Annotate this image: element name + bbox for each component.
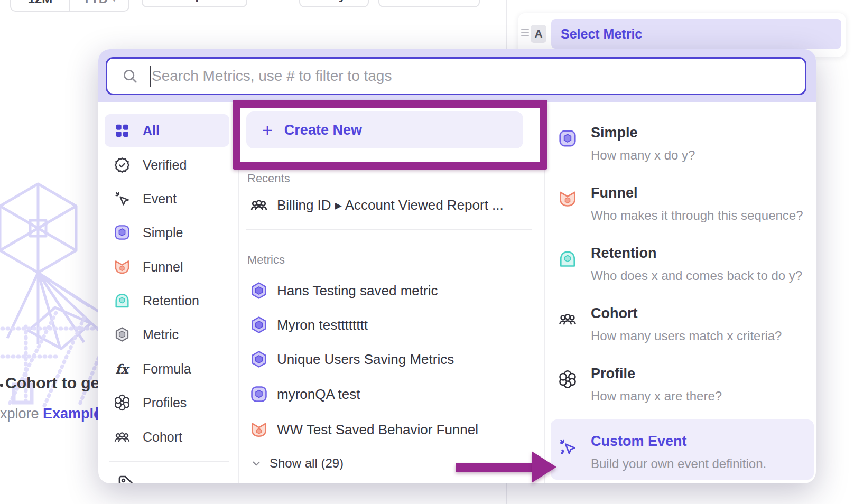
empty-state-subtext: xplore Example [0, 406, 101, 422]
metric-item-label: Unique Users Saving Metrics [277, 351, 454, 368]
day-label: Day [322, 0, 346, 3]
type-funnel[interactable]: Funnel [591, 185, 638, 201]
formula-fx-icon: fx [113, 360, 131, 378]
funnel-icon [249, 420, 268, 439]
sidebar-item-label: Verified [143, 157, 187, 173]
cohort-people-icon [558, 310, 577, 329]
cohort-people-icon [249, 195, 268, 214]
compare-label: Compare [167, 0, 222, 3]
recents-divider [246, 229, 532, 230]
sidebar-item-formula[interactable]: fx Formula [105, 352, 229, 385]
metric-row-badge: A [531, 25, 546, 43]
metric-hexagon-icon [113, 325, 131, 343]
simple-icon [113, 223, 131, 241]
line-label: Line [426, 0, 452, 3]
sidebar-item-event[interactable]: Event [105, 182, 229, 215]
chevron-down-icon [250, 458, 262, 469]
date-range-segmented-control: 12M YTD ▾ [10, 0, 129, 12]
cohort-people-icon [113, 428, 131, 446]
verified-icon [113, 156, 131, 174]
type-retention[interactable]: Retention [591, 245, 657, 262]
type-profile[interactable]: Profile [591, 366, 635, 382]
metric-list-item[interactable]: WW Test Saved Behavior Funnel [246, 416, 542, 443]
type-simple[interactable]: Simple [591, 125, 638, 141]
text-caret [150, 66, 151, 87]
simple-icon [249, 385, 268, 404]
recent-item[interactable]: Billing ID ▸ Account Viewed Report ... [246, 191, 542, 219]
sidebar-item-verified[interactable]: Verified [105, 148, 229, 181]
metric-list-item[interactable]: Unique Users Saving Metrics [246, 346, 542, 373]
simple-icon [558, 129, 577, 148]
sidebar-item-cohort[interactable]: Cohort [105, 421, 229, 453]
sidebar-item-metric[interactable]: Metric [105, 318, 229, 351]
retention-icon [113, 292, 131, 310]
metric-list-item[interactable]: Myron testttttttt [246, 311, 542, 339]
tag-icon [116, 473, 135, 483]
type-cohort-desc: How many users match x criteria? [591, 329, 782, 343]
profiles-flower-icon [113, 394, 131, 412]
sidebar-item-retention[interactable]: Retention [105, 284, 229, 317]
grid-icon [113, 122, 131, 139]
example-link[interactable]: Example [43, 406, 101, 422]
custom-event-icon [558, 437, 577, 456]
funnel-icon [113, 258, 131, 276]
metric-search-input[interactable] [152, 60, 805, 92]
sidebar-item-profiles[interactable]: Profiles [105, 386, 229, 419]
range-12m-button[interactable]: 12M [11, 0, 69, 11]
metric-list-item[interactable]: Hans Testing saved metric [246, 277, 542, 304]
sidebar-item-label: Event [143, 191, 177, 207]
range-ytd-label: YTD [82, 0, 108, 6]
show-all-label: Show all (29) [270, 456, 344, 471]
annotation-arrow [456, 463, 533, 472]
recent-item-label: Billing ID ▸ Account Viewed Report ... [277, 197, 504, 213]
explore-text: xplore [0, 406, 39, 422]
sidebar-item-all[interactable]: All [105, 114, 229, 147]
sidebar-item-label: Retention [143, 293, 199, 309]
select-metric-label: Select Metric [561, 26, 642, 42]
line-chart-icon [405, 0, 420, 3]
metric-search-box[interactable] [106, 57, 806, 95]
saved-metric-hex-icon [249, 350, 268, 369]
type-cohort[interactable]: Cohort [591, 305, 637, 322]
range-ytd-button[interactable]: YTD ▾ [70, 0, 128, 11]
sidebar-divider [109, 461, 229, 462]
sidebar-item-label: Funnel [143, 259, 183, 275]
compare-button[interactable]: Compare [142, 0, 247, 7]
annotation-arrow-head [532, 451, 556, 483]
select-metric-field[interactable]: Select Metric [551, 19, 841, 49]
type-profile-desc: How many x are there? [591, 389, 722, 404]
metric-item-label: Myron testttttttt [277, 317, 368, 333]
type-simple-desc: How many x do y? [591, 148, 695, 163]
sidebar-item-label: Metric [143, 327, 179, 342]
show-all-button[interactable]: Show all (29) [250, 454, 344, 473]
drag-handle-icon[interactable] [521, 29, 529, 36]
type-retention-desc: Who does x and comes back to do y? [591, 268, 802, 283]
retention-icon [558, 249, 577, 268]
empty-state-headline: Cohort to ge [5, 374, 99, 392]
type-custom-event-desc: Build your own event definition. [591, 456, 766, 471]
clipped-text-fragment [0, 384, 3, 387]
sidebar-item-label: Formula [143, 361, 191, 377]
sidebar-item-partial[interactable] [116, 473, 135, 483]
saved-metric-hex-icon [249, 281, 268, 300]
sidebar-item-simple[interactable]: Simple [105, 216, 229, 249]
metric-list-item[interactable]: myronQA test [246, 380, 542, 408]
metric-item-label: myronQA test [277, 386, 360, 403]
line-chart-type-button[interactable]: Line [378, 0, 480, 7]
range-12m-label: 12M [28, 0, 53, 6]
metric-item-label: Hans Testing saved metric [277, 283, 438, 299]
funnel-icon [558, 189, 577, 208]
search-icon [122, 68, 138, 84]
sidebar-item-label: Cohort [143, 430, 182, 445]
svg-text:fx: fx [115, 361, 130, 377]
app-root: 12M YTD ▾ Compare Day Line A Select Metr… [0, 0, 854, 504]
recents-section-label: Recents [247, 172, 290, 185]
metric-item-label: WW Test Saved Behavior Funnel [277, 422, 478, 438]
chevron-down-icon: ▾ [112, 0, 116, 4]
sidebar-item-funnel[interactable]: Funnel [105, 250, 229, 283]
day-button[interactable]: Day [299, 0, 369, 7]
profiles-flower-icon [558, 370, 577, 389]
type-custom-event[interactable]: Custom Event [591, 433, 687, 450]
sidebar-item-label: Simple [143, 225, 183, 240]
sidebar-item-label: Profiles [143, 395, 187, 410]
